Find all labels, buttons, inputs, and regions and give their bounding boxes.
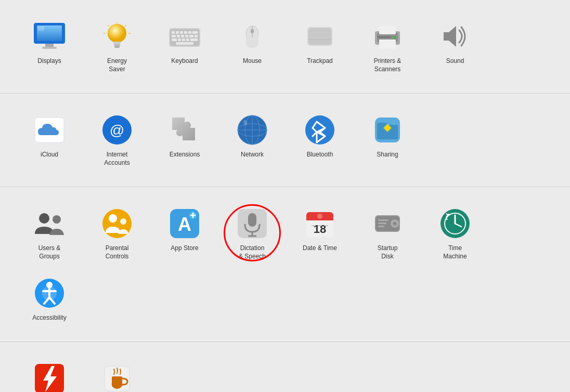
app-store-icon: A <box>168 207 201 240</box>
svg-rect-86 <box>378 223 386 224</box>
trackpad-label: Trackpad <box>307 57 333 66</box>
svg-rect-29 <box>195 35 198 37</box>
pref-item-internet-accounts[interactable]: @ InternetAccounts <box>83 108 151 172</box>
svg-rect-33 <box>186 38 189 41</box>
svg-rect-20 <box>180 31 183 34</box>
pref-item-users-groups[interactable]: Users &Groups <box>16 202 83 266</box>
svg-rect-31 <box>178 38 181 41</box>
mouse-icon <box>236 20 269 53</box>
energy-saver-icon <box>100 20 134 53</box>
pref-item-icloud[interactable]: iCloud <box>16 108 83 172</box>
svg-rect-9 <box>114 44 120 46</box>
svg-rect-27 <box>185 35 188 37</box>
displays-label: Displays <box>37 57 61 66</box>
internet-accounts-label: InternetAccounts <box>104 151 129 167</box>
svg-line-12 <box>108 25 109 27</box>
printers-scanners-label: Printers &Scanners <box>374 57 401 73</box>
svg-text:A: A <box>178 214 191 235</box>
pref-item-keyboard[interactable]: Keyboard <box>151 15 218 79</box>
mouse-label: Mouse <box>243 57 262 66</box>
svg-rect-106 <box>112 376 122 384</box>
svg-rect-8 <box>113 42 121 44</box>
dictation-speech-icon <box>236 207 269 240</box>
svg-rect-19 <box>176 31 179 34</box>
svg-rect-18 <box>172 31 175 34</box>
svg-rect-87 <box>378 226 384 227</box>
pref-item-energy-saver[interactable]: EnergySaver <box>83 15 151 79</box>
users-groups-icon <box>33 207 66 240</box>
pref-item-displays[interactable]: Displays <box>16 15 83 79</box>
svg-point-66 <box>109 214 117 223</box>
energy-saver-label: EnergySaver <box>107 57 127 73</box>
sound-icon <box>438 20 472 53</box>
sound-label: Sound <box>446 57 464 66</box>
pref-item-accessibility[interactable]: Accessibility <box>16 271 83 328</box>
pref-item-java[interactable]: Java <box>83 357 151 392</box>
date-time-icon: 18 <box>303 207 336 240</box>
internet-section: iCloud @ InternetAccounts <box>0 94 570 187</box>
svg-rect-24 <box>172 35 176 37</box>
parental-controls-label: ParentalControls <box>106 244 129 260</box>
time-machine-label: TimeMachine <box>443 244 467 260</box>
internet-grid: iCloud @ InternetAccounts <box>16 108 554 172</box>
svg-rect-28 <box>189 35 193 37</box>
other-section: Flash Player Java <box>0 342 570 392</box>
pref-item-parental-controls[interactable]: ParentalControls <box>83 202 151 266</box>
network-icon <box>236 113 269 147</box>
svg-rect-25 <box>177 35 180 37</box>
pref-item-app-store[interactable]: A App Store <box>151 202 218 266</box>
time-machine-icon <box>438 207 472 240</box>
date-time-label: Date & Time <box>303 244 337 253</box>
parental-controls-icon <box>100 207 134 240</box>
startup-disk-icon <box>371 207 404 240</box>
svg-point-63 <box>39 213 49 224</box>
svg-rect-32 <box>182 38 185 41</box>
pref-item-network[interactable]: Network <box>218 108 286 172</box>
pref-item-mouse[interactable]: Mouse <box>218 15 286 79</box>
pref-item-startup-disk[interactable]: StartupDisk <box>354 202 421 266</box>
svg-point-7 <box>108 24 126 43</box>
printers-scanners-icon <box>371 20 404 53</box>
hardware-grid: Displays <box>16 15 554 79</box>
extensions-icon <box>168 113 201 147</box>
dictation-speech-label: Dictation& Speech <box>239 244 266 260</box>
svg-point-79 <box>317 214 322 219</box>
svg-rect-46 <box>377 36 392 38</box>
other-grid: Flash Player Java <box>16 357 554 392</box>
keyboard-icon <box>168 20 201 53</box>
svg-rect-85 <box>378 219 388 221</box>
pref-item-time-machine[interactable]: TimeMachine <box>421 202 489 266</box>
pref-item-extensions[interactable]: Extensions <box>151 108 218 172</box>
pref-item-sharing[interactable]: Sharing <box>354 108 421 172</box>
sharing-label: Sharing <box>377 151 398 159</box>
icloud-icon <box>33 113 66 147</box>
svg-point-64 <box>53 215 61 224</box>
bluetooth-icon <box>303 113 336 147</box>
app-store-label: App Store <box>171 244 198 253</box>
hardware-section: Displays <box>0 0 570 94</box>
svg-rect-26 <box>181 35 184 37</box>
svg-point-67 <box>120 218 126 225</box>
pref-item-trackpad[interactable]: Trackpad <box>286 15 354 79</box>
pref-item-flash-player[interactable]: Flash Player <box>16 357 83 392</box>
internet-accounts-icon: @ <box>100 113 134 147</box>
system-section: Users &Groups ParentalControls <box>0 187 570 342</box>
svg-rect-4 <box>42 47 57 49</box>
pref-item-bluetooth[interactable]: Bluetooth <box>286 108 354 172</box>
pref-item-sound[interactable]: Sound <box>421 15 489 79</box>
startup-disk-label: StartupDisk <box>378 244 398 260</box>
svg-text:@: @ <box>110 122 124 138</box>
svg-rect-22 <box>188 31 191 34</box>
svg-point-45 <box>393 36 396 39</box>
displays-icon <box>33 20 66 53</box>
svg-rect-72 <box>248 213 256 227</box>
pref-item-date-time[interactable]: 18 Date & Time <box>286 202 354 266</box>
pref-item-printers-scanners[interactable]: Printers &Scanners <box>354 15 421 79</box>
accessibility-icon <box>33 277 66 310</box>
system-grid: Users &Groups ParentalControls <box>16 202 554 327</box>
svg-rect-3 <box>45 44 54 47</box>
svg-rect-37 <box>251 29 254 33</box>
pref-item-dictation-speech[interactable]: Dictation& Speech <box>218 202 286 266</box>
svg-rect-21 <box>184 31 187 34</box>
svg-rect-23 <box>192 31 198 34</box>
